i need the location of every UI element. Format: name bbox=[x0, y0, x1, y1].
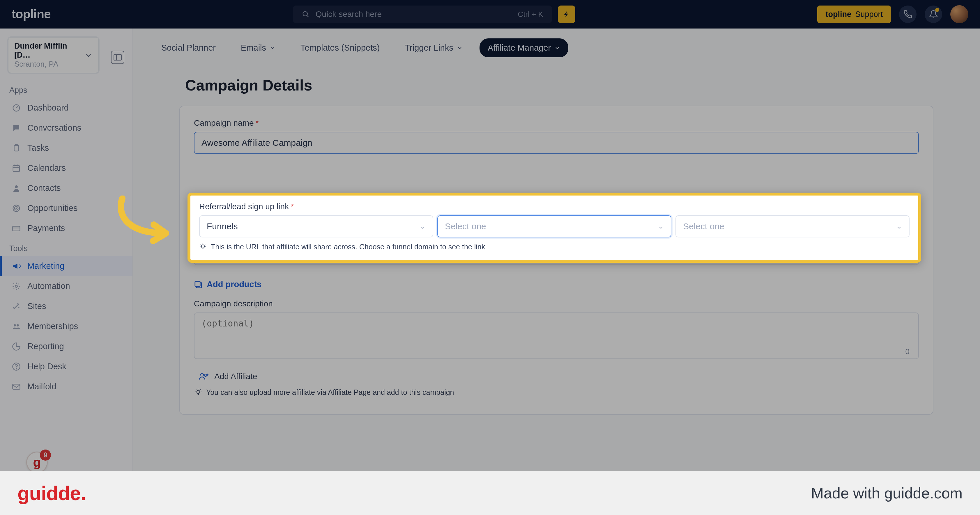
tab-trigger-links[interactable]: Trigger Links bbox=[396, 38, 471, 57]
org-switcher[interactable]: Dunder Mifflin [D… Scranton, PA bbox=[8, 37, 99, 73]
gauge-icon bbox=[12, 103, 21, 113]
support-button[interactable]: topline Support bbox=[817, 6, 891, 23]
add-products-button[interactable]: Add products bbox=[194, 280, 262, 289]
sidebar-item-label: Automation bbox=[27, 281, 70, 291]
sidebar-item-label: Contacts bbox=[27, 183, 60, 193]
sidebar-item-label: Memberships bbox=[27, 322, 78, 331]
chevron-down-icon: ⌄ bbox=[658, 222, 664, 230]
bulb-icon bbox=[199, 243, 207, 251]
referral-helper: This is the URL that affiliate will shar… bbox=[199, 242, 910, 251]
guidde-g-icon: g bbox=[33, 455, 41, 470]
add-affiliate-button[interactable]: Add Affiliate bbox=[199, 372, 919, 381]
pie-icon bbox=[12, 342, 21, 351]
referral-type-select[interactable]: Funnels ⌄ bbox=[199, 215, 433, 238]
chevron-down-icon: ⌄ bbox=[896, 222, 902, 230]
svg-rect-22 bbox=[13, 384, 20, 389]
sidebar-item-label: Help Desk bbox=[27, 362, 66, 371]
highlight-referral: Referral/lead sign up link* Funnels ⌄ Se… bbox=[188, 193, 921, 263]
svg-line-40 bbox=[205, 244, 205, 244]
field-description: Campaign description 0 bbox=[194, 299, 919, 360]
svg-rect-23 bbox=[195, 281, 200, 286]
sidebar-item-tasks[interactable]: Tasks bbox=[0, 138, 132, 158]
card-icon bbox=[12, 224, 21, 233]
add-affiliate-icon bbox=[199, 372, 209, 381]
envelope-icon bbox=[12, 382, 21, 391]
badge-count: 9 bbox=[40, 450, 51, 461]
campaign-name-input[interactable] bbox=[194, 132, 919, 154]
sidebar-item-conversations[interactable]: Conversations bbox=[0, 118, 132, 138]
megaphone-icon bbox=[12, 261, 21, 271]
sidebar-item-help-desk[interactable]: Help Desk bbox=[0, 357, 132, 377]
calendar-icon bbox=[12, 163, 21, 173]
description-textarea[interactable] bbox=[194, 312, 919, 359]
tab-templates-snippets-[interactable]: Templates (Snippets) bbox=[292, 38, 388, 57]
user-icon bbox=[12, 184, 21, 193]
campaign-name-label: Campaign name* bbox=[194, 119, 919, 128]
sidebar-item-mailfold[interactable]: Mailfold bbox=[0, 377, 132, 396]
referral-select-row: Funnels ⌄ Select one ⌄ Select one ⌄ bbox=[199, 215, 910, 238]
referral-domain-select[interactable]: Select one ⌄ bbox=[675, 215, 910, 238]
chevron-down-icon bbox=[270, 45, 275, 51]
svg-line-33 bbox=[196, 389, 197, 390]
chevron-down-icon bbox=[457, 45, 463, 51]
org-location: Scranton, PA bbox=[14, 60, 84, 69]
sidebar-item-marketing[interactable]: Marketing bbox=[0, 256, 132, 276]
svg-rect-2 bbox=[114, 54, 121, 60]
tab-social-planner[interactable]: Social Planner bbox=[153, 38, 224, 57]
sidebar-item-label: Dashboard bbox=[27, 103, 69, 113]
add-products-icon bbox=[194, 280, 203, 289]
guidde-badge[interactable]: g 9 bbox=[26, 452, 48, 473]
svg-point-11 bbox=[15, 185, 18, 188]
panel-toggle-icon[interactable] bbox=[111, 51, 124, 64]
svg-point-18 bbox=[14, 324, 16, 326]
sidebar-item-sites[interactable]: Sites bbox=[0, 296, 132, 316]
search-area: Quick search here Ctrl + K bbox=[293, 6, 575, 23]
header-right: topline Support bbox=[817, 5, 968, 23]
svg-point-0 bbox=[303, 12, 307, 16]
sidebar-item-label: Conversations bbox=[27, 123, 81, 133]
description-char-count: 0 bbox=[905, 347, 910, 356]
footer-bar: guidde. Made with guidde.com bbox=[0, 471, 980, 515]
target-icon bbox=[12, 204, 21, 213]
phone-button[interactable] bbox=[899, 6, 916, 23]
sidebar-item-dashboard[interactable]: Dashboard bbox=[0, 98, 132, 118]
notifications-button[interactable] bbox=[925, 6, 942, 23]
sidebar-item-label: Mailfold bbox=[27, 382, 56, 391]
sidebar-item-label: Reporting bbox=[27, 342, 64, 351]
search-placeholder: Quick search here bbox=[316, 10, 382, 19]
chat-icon bbox=[12, 124, 21, 133]
sidebar-item-label: Calendars bbox=[27, 163, 66, 173]
svg-point-14 bbox=[16, 208, 17, 209]
svg-rect-15 bbox=[13, 226, 20, 231]
chevron-down-icon bbox=[84, 51, 92, 59]
sidebar-item-reporting[interactable]: Reporting bbox=[0, 336, 132, 357]
chevron-down-icon: ⌄ bbox=[420, 222, 426, 230]
svg-point-28 bbox=[197, 390, 200, 393]
bulb-icon bbox=[194, 389, 202, 396]
sidebar-item-calendars[interactable]: Calendars bbox=[0, 158, 132, 178]
search-input[interactable]: Quick search here Ctrl + K bbox=[293, 6, 552, 23]
referral-funnel-select[interactable]: Select one ⌄ bbox=[437, 215, 671, 238]
sidebar-item-automation[interactable]: Automation bbox=[0, 276, 132, 296]
page-title: Campaign Details bbox=[185, 76, 963, 94]
svg-line-1 bbox=[307, 16, 308, 17]
upload-helper: You can also upload more affiliate via A… bbox=[194, 388, 919, 396]
svg-point-35 bbox=[202, 245, 205, 248]
made-with-label: Made with guidde.com bbox=[811, 485, 963, 502]
avatar[interactable] bbox=[950, 5, 968, 23]
help-icon bbox=[12, 362, 21, 371]
tab-affiliate-manager[interactable]: Affiliate Manager bbox=[479, 38, 568, 57]
gear-icon bbox=[12, 282, 21, 291]
referral-label: Referral/lead sign up link* bbox=[199, 202, 910, 211]
svg-line-34 bbox=[200, 389, 201, 390]
sidebar-item-label: Tasks bbox=[27, 143, 49, 153]
sidebar: Dunder Mifflin [D… Scranton, PA Apps Das… bbox=[0, 29, 133, 471]
search-icon bbox=[302, 10, 310, 18]
sidebar-item-contacts[interactable]: Contacts bbox=[0, 178, 132, 198]
bolt-button[interactable] bbox=[558, 6, 575, 23]
sidebar-item-memberships[interactable]: Memberships bbox=[0, 316, 132, 336]
org-name: Dunder Mifflin [D… bbox=[14, 41, 84, 60]
svg-point-17 bbox=[15, 285, 18, 287]
app-root: topline Quick search here Ctrl + K topli… bbox=[0, 0, 980, 515]
tab-emails[interactable]: Emails bbox=[232, 38, 283, 57]
